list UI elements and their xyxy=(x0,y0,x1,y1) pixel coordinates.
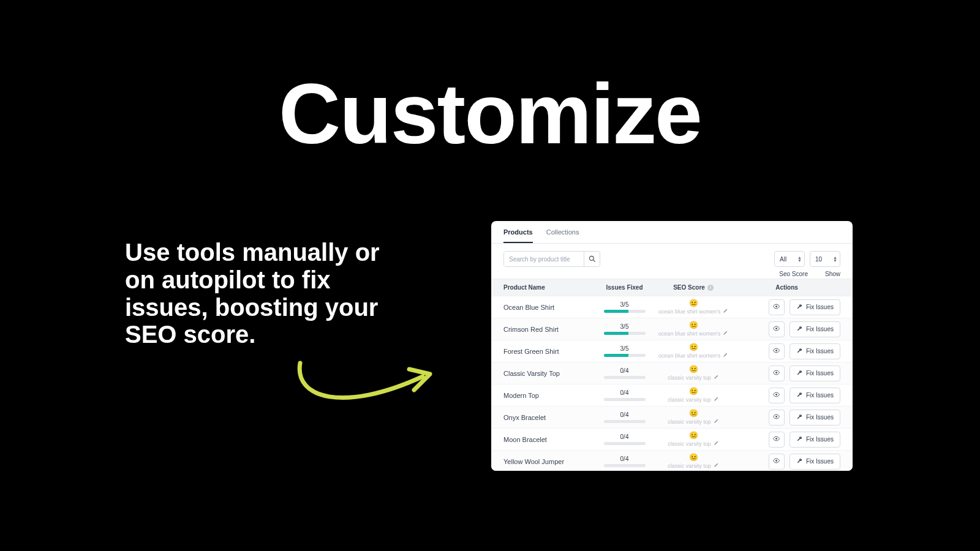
view-button[interactable] xyxy=(769,343,785,359)
eye-icon xyxy=(773,303,780,311)
eye-icon xyxy=(773,435,780,443)
product-name: Forest Green Shirt xyxy=(503,348,595,355)
seo-score-cell: 😐classic varsity top xyxy=(654,410,733,425)
fix-button-label: Fix Issues xyxy=(806,458,834,465)
seo-emoji-icon: 😐 xyxy=(654,388,733,395)
filter-select[interactable]: All ▲▼ xyxy=(774,251,805,267)
tab-collections[interactable]: Collections xyxy=(546,228,579,243)
product-name: Moon Bracelet xyxy=(503,436,595,443)
view-button[interactable] xyxy=(769,388,785,403)
eye-icon xyxy=(773,391,780,399)
wrench-icon xyxy=(796,347,803,355)
seo-keyword[interactable]: classic varsity top xyxy=(668,440,719,447)
fix-button-label: Fix Issues xyxy=(806,414,834,421)
pagesize-select[interactable]: 10 ▲▼ xyxy=(810,251,840,267)
actions-cell: Fix Issues xyxy=(733,432,840,448)
table-row: Yellow Wool Jumper0/4😐classic varsity to… xyxy=(491,451,853,471)
product-name: Yellow Wool Jumper xyxy=(503,458,595,465)
seo-keyword[interactable]: ocean blue shirt women's xyxy=(658,308,728,315)
svg-point-4 xyxy=(776,350,778,351)
seo-keyword[interactable]: classic varsity top xyxy=(668,396,719,403)
progress-bar xyxy=(604,442,646,445)
seo-emoji-icon: 😐 xyxy=(654,299,733,307)
wrench-icon xyxy=(796,413,803,421)
wrench-icon xyxy=(796,369,803,377)
issues-fixed-cell: 0/4 xyxy=(595,367,654,379)
view-button[interactable] xyxy=(769,410,785,425)
seo-emoji-icon: 😐 xyxy=(654,343,733,351)
fix-issues-button[interactable]: Fix Issues xyxy=(790,432,840,448)
product-name: Onyx Bracelet xyxy=(503,414,595,421)
pencil-icon xyxy=(723,352,728,359)
table-row: Ocean Blue Shirt3/5😐ocean blue shirt wom… xyxy=(491,296,853,318)
issues-fraction: 0/4 xyxy=(595,367,654,374)
seo-emoji-icon: 😐 xyxy=(654,321,733,329)
actions-cell: Fix Issues xyxy=(733,343,840,359)
issues-fixed-cell: 0/4 xyxy=(595,433,654,445)
view-button[interactable] xyxy=(769,365,785,381)
issues-fraction: 3/5 xyxy=(595,345,654,352)
fix-issues-button[interactable]: Fix Issues xyxy=(790,365,840,381)
seo-keyword[interactable]: classic varsity top xyxy=(668,374,719,381)
issues-fraction: 3/5 xyxy=(595,301,654,308)
fix-issues-button[interactable]: Fix Issues xyxy=(790,388,840,403)
pencil-icon xyxy=(723,330,728,337)
seo-keyword[interactable]: ocean blue shirt women's xyxy=(658,352,728,359)
progress-bar xyxy=(604,420,646,423)
fix-issues-button[interactable]: Fix Issues xyxy=(790,454,840,470)
fix-issues-button[interactable]: Fix Issues xyxy=(790,410,840,425)
view-button[interactable] xyxy=(769,321,785,337)
issues-fixed-cell: 0/4 xyxy=(595,455,654,467)
col-product-name: Product Name xyxy=(503,284,595,291)
callout-arrow-icon xyxy=(288,352,447,425)
search-group xyxy=(503,251,600,267)
search-icon xyxy=(589,255,595,263)
fix-issues-button[interactable]: Fix Issues xyxy=(790,321,840,337)
table-row: Moon Bracelet0/4😐classic varsity top Fix… xyxy=(491,429,853,451)
info-icon[interactable]: i xyxy=(707,285,714,291)
fix-issues-button[interactable]: Fix Issues xyxy=(790,343,840,359)
progress-bar xyxy=(604,354,646,357)
progress-bar xyxy=(604,332,646,335)
wrench-icon xyxy=(796,303,803,311)
seo-keyword[interactable]: classic varsity top xyxy=(668,462,719,469)
product-name: Ocean Blue Shirt xyxy=(503,304,595,311)
issues-fixed-cell: 0/4 xyxy=(595,411,654,423)
fix-button-label: Fix Issues xyxy=(806,304,834,310)
seo-keyword[interactable]: ocean blue shirt women's xyxy=(658,330,728,337)
col-seo-label: SEO Score xyxy=(673,284,705,291)
filter-select-label: All xyxy=(780,256,786,263)
seo-score-cell: 😐classic varsity top xyxy=(654,454,733,469)
header-meta: Seo Score Show xyxy=(491,269,853,279)
seo-products-panel: Products Collections All ▲▼ 10 ▲▼ Seo Sc… xyxy=(491,221,853,471)
view-button[interactable] xyxy=(769,454,785,470)
col-seo-score: SEO Score i xyxy=(654,284,733,291)
seo-score-cell: 😐ocean blue shirt women's xyxy=(654,299,733,315)
progress-bar xyxy=(604,398,646,401)
seo-emoji-icon: 😐 xyxy=(654,454,733,461)
eye-icon xyxy=(773,325,780,333)
fix-issues-button[interactable]: Fix Issues xyxy=(790,299,840,315)
actions-cell: Fix Issues xyxy=(733,365,840,381)
pencil-icon xyxy=(723,308,728,315)
seo-keyword[interactable]: classic varsity top xyxy=(668,418,719,425)
eye-icon xyxy=(773,413,780,421)
pencil-icon xyxy=(714,418,719,425)
seo-emoji-icon: 😐 xyxy=(654,365,733,373)
issues-fraction: 0/4 xyxy=(595,455,654,462)
tab-products[interactable]: Products xyxy=(503,228,533,243)
seo-score-cell: 😐classic varsity top xyxy=(654,365,733,381)
seo-emoji-icon: 😐 xyxy=(654,432,733,439)
search-input[interactable] xyxy=(504,252,584,266)
product-name: Classic Varsity Top xyxy=(503,370,595,377)
meta-seo-label: Seo Score xyxy=(779,271,808,277)
eye-icon xyxy=(773,347,780,355)
pencil-icon xyxy=(714,440,719,447)
view-button[interactable] xyxy=(769,432,785,448)
fix-button-label: Fix Issues xyxy=(806,436,834,443)
table-body: Ocean Blue Shirt3/5😐ocean blue shirt wom… xyxy=(491,296,853,471)
pencil-icon xyxy=(714,396,719,403)
view-button[interactable] xyxy=(769,299,785,315)
actions-cell: Fix Issues xyxy=(733,299,840,315)
search-button[interactable] xyxy=(584,251,600,267)
